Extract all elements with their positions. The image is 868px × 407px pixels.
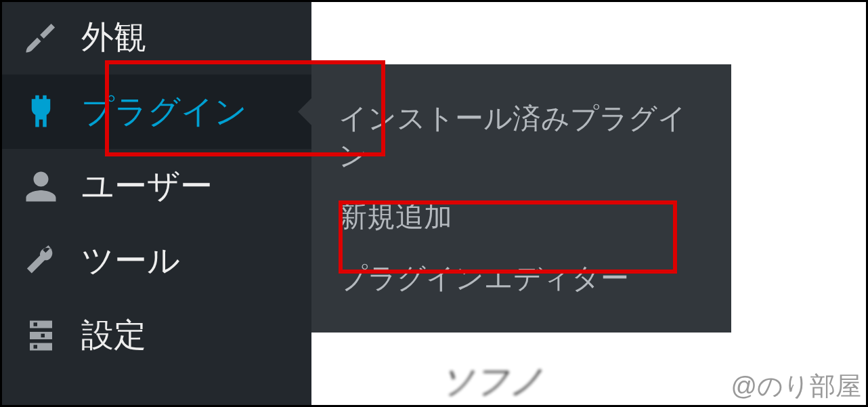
sidebar-item-label: 設定 <box>81 314 146 357</box>
watermark: @のり部屋 <box>731 369 861 404</box>
submenu-item-plugin-editor[interactable]: プラグインエディター <box>339 248 704 309</box>
submenu-item-add-new[interactable]: 新規追加 <box>339 186 704 248</box>
sidebar-item-users[interactable]: ユーザー <box>0 149 311 223</box>
plugin-icon <box>20 91 61 132</box>
background-text: ソフノ <box>440 359 544 404</box>
sidebar-item-appearance[interactable]: 外観 <box>0 0 311 74</box>
sidebar-item-tools[interactable]: ツール <box>0 223 311 298</box>
sidebar-item-plugins[interactable]: プラグイン <box>0 74 311 149</box>
settings-icon <box>20 315 61 356</box>
admin-sidebar: 外観 プラグイン ユーザー ツール 設定 <box>0 0 311 407</box>
plugins-submenu: インストール済みプラグイン 新規追加 プラグインエディター <box>311 64 731 333</box>
submenu-item-installed-plugins[interactable]: インストール済みプラグイン <box>339 88 704 186</box>
sidebar-item-settings[interactable]: 設定 <box>0 298 311 372</box>
sidebar-item-label: 外観 <box>81 16 146 59</box>
brush-icon <box>20 17 61 58</box>
wrench-icon <box>20 240 61 281</box>
sidebar-item-label: ツール <box>81 239 180 282</box>
user-icon <box>20 166 61 207</box>
sidebar-item-label: ユーザー <box>81 165 213 208</box>
sidebar-item-label: プラグイン <box>81 90 247 133</box>
